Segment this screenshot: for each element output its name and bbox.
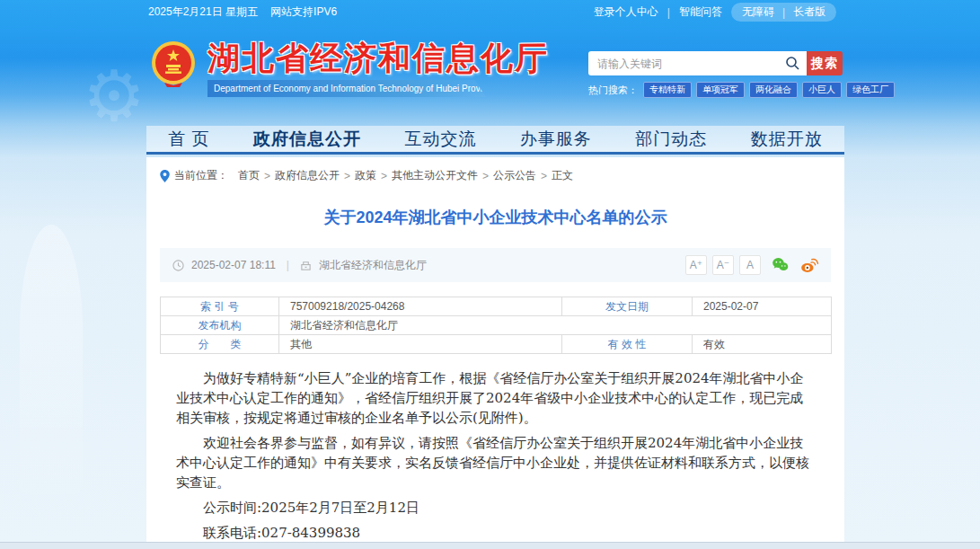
hot-tag-xiaojuren[interactable]: 小巨人 bbox=[802, 82, 842, 98]
breadcrumb: 当前位置： 首页 > 政府信息公开 > 政策 > 其他主动公开文件 > 公示公告… bbox=[160, 168, 831, 183]
issue-date-value: 2025-02-07 bbox=[693, 297, 832, 316]
index-number-label: 索 引 号 bbox=[161, 297, 279, 316]
smart-qa-link[interactable]: 智能问答 bbox=[679, 4, 722, 20]
contact-phone-line: 联系电话:027-84399838 bbox=[176, 523, 815, 543]
site-titles: 湖北省经济和信息化厅 Department of Economy and Inf… bbox=[207, 40, 549, 97]
hot-tag-lianghuaronghe[interactable]: 两化融合 bbox=[749, 82, 798, 98]
header-banner: 湖北省经济和信息化厅 Department of Economy and Inf… bbox=[0, 24, 980, 126]
hot-search-label: 热门搜索： bbox=[588, 84, 638, 97]
search-area: 搜索 热门搜索： 专精特新 单项冠军 两化融合 小巨人 绿色工厂 bbox=[588, 51, 843, 98]
index-number-value: 757009218/2025-04268 bbox=[279, 297, 562, 316]
topbar-right: 登录个人中心 | 智能问答 无障碍 | 长者版 bbox=[594, 3, 836, 22]
accessibility-link[interactable]: 无障碍 bbox=[742, 4, 774, 20]
footer-band bbox=[0, 542, 980, 549]
publicity-period-line: 公示时间:2025年2月7日至2月12日 bbox=[176, 498, 815, 518]
nav-department-news[interactable]: 部门动态 bbox=[635, 128, 707, 151]
validity-label: 有 效 性 bbox=[562, 335, 693, 354]
paragraph-2: 欢迎社会各界参与监督，如有异议，请按照《省经信厅办公室关于组织开展2024年湖北… bbox=[176, 433, 815, 492]
login-personal-center-link[interactable]: 登录个人中心 bbox=[594, 4, 658, 20]
search-input-wrap bbox=[588, 51, 807, 75]
publish-datetime: 2025-02-07 18:11 bbox=[191, 259, 276, 271]
table-row: 索 引 号 757009218/2025-04268 发文日期 2025-02-… bbox=[161, 297, 832, 316]
breadcrumb-current-article: 正文 bbox=[552, 168, 573, 183]
accessibility-pill: 无障碍 | 长者版 bbox=[731, 3, 836, 22]
paragraph-1: 为做好专精特新“小巨人”企业的培育工作，根据《省经信厅办公室关于组织开展2024… bbox=[176, 368, 815, 428]
publish-source: 湖北省经济和信息化厅 bbox=[319, 258, 427, 273]
topbar-left: 2025年2月21日 星期五 网站支持IPV6 bbox=[148, 4, 337, 20]
font-smaller-button[interactable]: A⁻ bbox=[712, 255, 734, 275]
issuing-agency-label: 发布机构 bbox=[161, 316, 279, 335]
site-logo-block: 湖北省经济和信息化厅 Department of Economy and Inf… bbox=[150, 40, 549, 97]
elder-version-link[interactable]: 长者版 bbox=[793, 4, 825, 20]
content-panel: 当前位置： 首页 > 政府信息公开 > 政策 > 其他主动公开文件 > 公示公告… bbox=[146, 157, 844, 549]
font-reset-button[interactable]: A bbox=[739, 255, 761, 275]
nav-open-data[interactable]: 数据开放 bbox=[751, 128, 823, 151]
site-name-english: Department of Economy and Information Te… bbox=[207, 80, 486, 97]
breadcrumb-other-disclosure[interactable]: 其他主动公开文件 bbox=[392, 168, 478, 183]
nav-interaction[interactable]: 互动交流 bbox=[404, 128, 476, 151]
breadcrumb-separator: > bbox=[482, 170, 489, 182]
search-icon[interactable] bbox=[785, 56, 799, 70]
font-larger-button[interactable]: A⁺ bbox=[685, 255, 707, 275]
search-row: 搜索 bbox=[588, 51, 843, 75]
article-title: 关于2024年湖北省中小企业技术中心名单的公示 bbox=[146, 207, 844, 228]
current-date: 2025年2月21日 星期五 bbox=[148, 4, 258, 20]
breadcrumb-separator: > bbox=[344, 170, 350, 182]
wechat-share-icon[interactable] bbox=[771, 256, 790, 274]
nav-services[interactable]: 办事服务 bbox=[520, 128, 592, 151]
article-body: 为做好专精特新“小巨人”企业的培育工作，根据《省经信厅办公室关于组织开展2024… bbox=[176, 368, 815, 549]
ipv6-support-label: 网站支持IPV6 bbox=[270, 4, 337, 20]
hot-tag-lvsegongchang[interactable]: 绿色工厂 bbox=[846, 82, 895, 98]
nav-gov-info-disclosure[interactable]: 政府信息公开 bbox=[253, 128, 361, 151]
issue-date-label: 发文日期 bbox=[562, 297, 693, 316]
document-info-table: 索 引 号 757009218/2025-04268 发文日期 2025-02-… bbox=[160, 297, 832, 354]
rocket-decoration bbox=[20, 225, 83, 494]
category-label: 分 类 bbox=[161, 335, 279, 354]
pill-divider: | bbox=[782, 6, 785, 19]
location-pin-icon bbox=[160, 170, 170, 182]
topbar-divider: | bbox=[667, 6, 670, 19]
hot-search-row: 热门搜索： 专精特新 单项冠军 两化融合 小巨人 绿色工厂 bbox=[588, 82, 843, 98]
breadcrumb-gov-info[interactable]: 政府信息公开 bbox=[275, 168, 340, 183]
breadcrumb-label: 当前位置： bbox=[174, 168, 228, 183]
meta-right: A⁺ A⁻ A bbox=[680, 255, 818, 275]
article-meta-bar: 2025-02-07 18:11 | 湖北省经济和信息化厅 A⁺ A⁻ A bbox=[160, 248, 831, 282]
clock-icon bbox=[172, 260, 184, 271]
breadcrumb-policy[interactable]: 政策 bbox=[355, 168, 376, 183]
top-utility-bar: 2025年2月21日 星期五 网站支持IPV6 登录个人中心 | 智能问答 无障… bbox=[0, 0, 980, 24]
meta-divider: | bbox=[283, 259, 293, 271]
meta-left: 2025-02-07 18:11 | 湖北省经济和信息化厅 bbox=[172, 258, 427, 273]
hot-tag-danxiangguanjun[interactable]: 单项冠军 bbox=[696, 82, 745, 98]
page: ⚙ 2025年2月21日 星期五 网站支持IPV6 登录个人中心 | 智能问答 … bbox=[0, 0, 980, 549]
issuing-agency-value: 湖北省经济和信息化厅 bbox=[279, 316, 832, 335]
validity-value: 有效 bbox=[693, 335, 832, 354]
weibo-share-icon[interactable] bbox=[799, 256, 818, 274]
category-value: 其他 bbox=[279, 335, 562, 354]
search-input[interactable] bbox=[588, 51, 807, 75]
breadcrumb-announcements[interactable]: 公示公告 bbox=[493, 168, 536, 183]
table-row: 分 类 其他 有 效 性 有效 bbox=[161, 335, 832, 354]
breadcrumb-separator: > bbox=[541, 170, 547, 182]
site-name: 湖北省经济和信息化厅 bbox=[207, 40, 549, 76]
nav-home[interactable]: 首 页 bbox=[168, 128, 209, 151]
source-icon bbox=[300, 260, 312, 271]
national-emblem-icon bbox=[150, 40, 197, 87]
main-nav: 首 页 政府信息公开 互动交流 办事服务 部门动态 数据开放 bbox=[146, 126, 844, 155]
breadcrumb-home[interactable]: 首页 bbox=[238, 168, 260, 183]
breadcrumb-separator: > bbox=[264, 170, 270, 182]
hot-tag-zhuanjingtexin[interactable]: 专精特新 bbox=[643, 82, 692, 98]
table-row: 发布机构 湖北省经济和信息化厅 bbox=[161, 316, 832, 335]
breadcrumb-separator: > bbox=[381, 170, 387, 182]
search-button[interactable]: 搜索 bbox=[807, 51, 843, 75]
